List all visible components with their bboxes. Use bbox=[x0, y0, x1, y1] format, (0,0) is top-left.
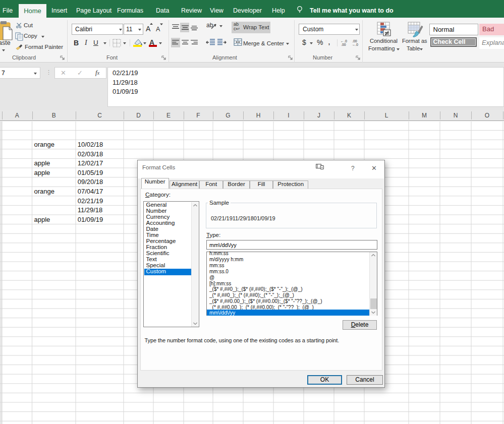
svg-text:.00: .00 bbox=[341, 43, 346, 46]
svg-text:.00: .00 bbox=[352, 39, 357, 43]
svg-text:→.0: →.0 bbox=[352, 43, 358, 46]
svg-text:←.0: ←.0 bbox=[341, 39, 347, 43]
